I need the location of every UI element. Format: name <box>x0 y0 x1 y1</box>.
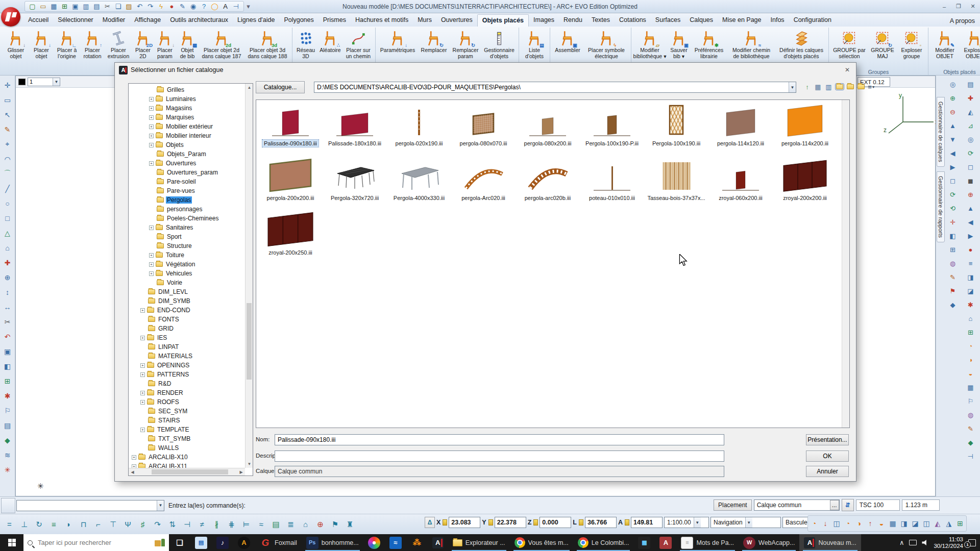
taskbar-app-paw[interactable]: ⁂ <box>406 534 428 551</box>
tool-icon[interactable]: ✚ <box>965 91 976 105</box>
scroll-down-icon[interactable]: ▼ <box>246 460 253 468</box>
save-catalog-icon[interactable]: ▦ <box>814 82 822 91</box>
help-icon[interactable]: ? <box>200 2 208 11</box>
lightning-icon[interactable]: ϟ <box>157 2 165 11</box>
tab-calques[interactable]: Calques <box>685 14 718 27</box>
tool-icon[interactable]: ● <box>965 243 976 257</box>
tool-icon[interactable]: ≣ <box>283 517 298 532</box>
speaker-icon[interactable] <box>922 540 928 545</box>
file-item[interactable]: Pergola-100x190-P.iii <box>580 103 644 158</box>
expand-icon[interactable]: + <box>140 363 145 368</box>
ribbon-groupe-maj[interactable]: ↻GROUPEMAJ <box>868 28 897 68</box>
ribbon-modifier-objet[interactable]: ✎ModifierOBJET <box>930 28 960 68</box>
tray-chevron-icon[interactable]: ∧ <box>899 539 904 546</box>
stop-icon[interactable]: ● <box>167 2 176 11</box>
tool-icon[interactable]: ⌒ <box>2 166 14 181</box>
tree-item-objets[interactable]: +Objets <box>130 140 252 149</box>
tab-images[interactable]: Images <box>529 14 559 27</box>
tool-icon[interactable]: ↖ <box>2 107 14 122</box>
tab-polygones[interactable]: Polygones <box>279 14 318 27</box>
expand-icon[interactable]: + <box>149 161 154 166</box>
tree-item-dim-symb[interactable]: DIM_SYMB <box>130 296 252 306</box>
presentation-button[interactable]: Présentation... <box>806 434 849 445</box>
tree-item-pare-vues[interactable]: Pare-vues <box>130 186 252 195</box>
tool-icon[interactable]: ≋ <box>2 447 14 462</box>
tool-icon[interactable]: ◀ <box>965 215 976 229</box>
expand-icon[interactable]: + <box>149 115 154 120</box>
file-item[interactable]: zroyal-200x200.iii <box>773 158 837 212</box>
tree-item-sanitaires[interactable]: +Sanitaires <box>130 223 252 232</box>
tool-icon[interactable]: ≡ <box>965 257 976 270</box>
tool-icon[interactable]: ⌐ <box>91 517 106 532</box>
close-icon[interactable]: ✕ <box>841 64 854 75</box>
file-item[interactable]: pergola-020x190.iii <box>387 103 451 158</box>
tool-icon[interactable]: ◍ <box>947 257 959 270</box>
taskbar-app-foxmail[interactable]: GFoxmail <box>255 534 302 551</box>
tree-item-ies[interactable]: +IES <box>130 333 252 342</box>
file-item[interactable]: pergola-080x070.iii <box>451 103 516 158</box>
coord-field-y[interactable]: 22.378 <box>495 517 526 528</box>
path-combo[interactable]: ▼ <box>314 82 796 93</box>
tool-icon[interactable]: ◒ <box>965 367 976 381</box>
folder-view-icon[interactable] <box>835 82 844 91</box>
tool-icon[interactable]: ↶ <box>2 329 14 344</box>
tree-item-grilles[interactable]: Grilles <box>130 85 252 94</box>
tool-icon[interactable]: ◻ <box>947 174 959 188</box>
tool-icon[interactable]: ◆ <box>947 298 959 312</box>
tree-item-r-d[interactable]: R&D <box>130 379 252 388</box>
tool-icon[interactable]: ⊣ <box>965 449 976 463</box>
minimize-icon[interactable]: – <box>937 2 951 12</box>
highlight-icon[interactable]: ◯ <box>210 2 219 11</box>
display-icon[interactable] <box>909 540 917 545</box>
file-item[interactable]: Palissade-180x180.iii <box>323 103 387 158</box>
tool-icon[interactable]: ⟲ <box>947 202 959 215</box>
tool-icon[interactable]: ✛ <box>947 215 959 229</box>
taskbar-app-taskview[interactable]: ❏ <box>169 534 190 551</box>
tool-icon[interactable]: ◪ <box>910 516 921 531</box>
expand-icon[interactable]: + <box>140 308 145 313</box>
tab-lignes-d-aide[interactable]: Lignes d'aide <box>233 14 279 27</box>
file-item[interactable]: pergola-200x200.iii <box>258 158 323 212</box>
tab-murs[interactable]: Murs <box>413 14 436 27</box>
scroll-right-icon[interactable]: ▶ <box>237 468 245 476</box>
ribbon-placer-objet[interactable]: ↓Placerobjet <box>29 28 54 68</box>
description-input[interactable] <box>275 450 724 462</box>
ribbon-placer-l-origine[interactable]: ∟Placer àl'origine <box>54 28 80 68</box>
exit-icon[interactable]: ⊣ <box>232 2 240 11</box>
taskbar-app-bonhomme[interactable]: Psbonhomme... <box>302 534 363 551</box>
search-box[interactable] <box>23 534 169 551</box>
tab-accueil[interactable]: Accueil <box>23 14 53 27</box>
tool-icon[interactable]: ◔ <box>808 516 820 531</box>
tool-icon[interactable]: ▭ <box>2 92 14 107</box>
file-item[interactable]: zroyal-060x200.iii <box>708 158 773 212</box>
path-input[interactable] <box>314 82 789 92</box>
tab-cotations[interactable]: Cotations <box>615 14 651 27</box>
tool-icon[interactable]: ✳ <box>2 462 14 477</box>
color-swatch[interactable] <box>18 79 26 85</box>
tree-item-fonts[interactable]: FONTS <box>130 315 252 324</box>
tab-mise-en-page[interactable]: Mise en Page <box>718 14 766 27</box>
scroll-up-icon[interactable]: ▲ <box>246 84 253 91</box>
tool-icon[interactable]: ↓ <box>820 516 831 531</box>
expand-icon[interactable]: + <box>140 372 145 377</box>
tree-item-mobilier-interieur[interactable]: +Mobilier interieur <box>130 131 252 140</box>
expand-icon[interactable]: + <box>149 262 154 267</box>
ribbon-glisser-objet[interactable]: ↓Glisserobjet <box>3 28 29 68</box>
file-item[interactable]: zroyal-200x250.iii <box>258 212 323 267</box>
expand-icon[interactable]: + <box>149 124 154 129</box>
paste-icon[interactable]: ▨ <box>125 2 133 11</box>
tool-icon[interactable]: ▤ <box>965 78 976 91</box>
tool-icon[interactable]: ✎ <box>965 422 976 436</box>
navigation-combo[interactable]: Navigation▼ <box>710 517 781 528</box>
tool-icon[interactable]: ⊕ <box>947 91 959 105</box>
undo-icon[interactable]: ↶ <box>135 2 144 11</box>
tool-icon[interactable]: ⊣ <box>180 517 194 532</box>
tree-item-voirie[interactable]: Voirie <box>130 278 252 287</box>
folder-new-icon[interactable] <box>846 82 854 91</box>
tree-item-arcalib-x10[interactable]: +ARCALIB-X10 <box>130 453 252 462</box>
tool-icon[interactable]: ◆ <box>965 436 976 449</box>
tool-icon[interactable]: ♜ <box>342 517 357 532</box>
tool-icon[interactable]: ◫ <box>831 516 842 531</box>
tab-modifier[interactable]: Modifier <box>98 14 130 27</box>
expand-icon[interactable]: + <box>149 134 154 138</box>
